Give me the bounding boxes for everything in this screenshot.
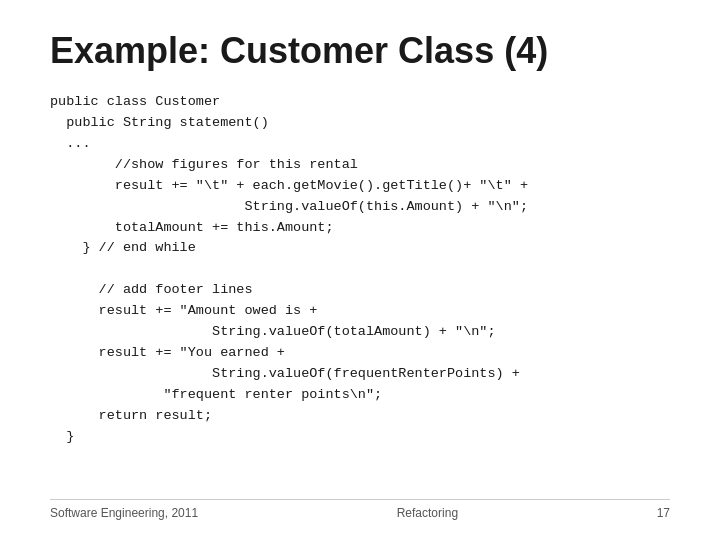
slide: Example: Customer Class (4) public class… (0, 0, 720, 540)
code-line-13: result += "You earned + (50, 343, 670, 364)
footer-center: Refactoring (397, 506, 458, 520)
code-line-6: String.valueOf(this.Amount) + "\n"; (50, 197, 670, 218)
code-line-12: String.valueOf(totalAmount) + "\n"; (50, 322, 670, 343)
code-line-8: } // end while (50, 238, 670, 259)
code-line-1: public class Customer (50, 92, 670, 113)
code-line-9 (50, 259, 670, 280)
code-block: public class Customer public String stat… (50, 92, 670, 499)
code-line-16: return result; (50, 406, 670, 427)
code-line-11: result += "Amount owed is + (50, 301, 670, 322)
code-line-15: "frequent renter points\n"; (50, 385, 670, 406)
code-line-3: ... (50, 134, 670, 155)
slide-footer: Software Engineering, 2011 Refactoring 1… (50, 499, 670, 520)
code-line-10: // add footer lines (50, 280, 670, 301)
footer-left: Software Engineering, 2011 (50, 506, 198, 520)
footer-right: 17 (657, 506, 670, 520)
code-line-14: String.valueOf(frequentRenterPoints) + (50, 364, 670, 385)
code-line-7: totalAmount += this.Amount; (50, 218, 670, 239)
code-line-5: result += "\t" + each.getMovie().getTitl… (50, 176, 670, 197)
code-line-4: //show figures for this rental (50, 155, 670, 176)
code-line-2: public String statement() (50, 113, 670, 134)
code-line-17: } (50, 427, 670, 448)
slide-title: Example: Customer Class (4) (50, 30, 670, 72)
